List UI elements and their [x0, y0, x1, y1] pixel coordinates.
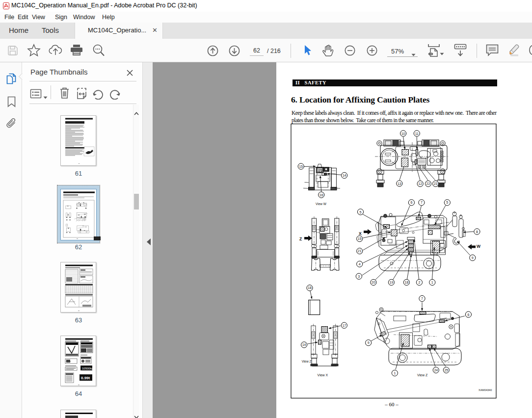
svg-text:24: 24: [434, 368, 438, 372]
svg-text:14: 14: [343, 174, 346, 177]
svg-text:23: 23: [434, 182, 438, 185]
svg-text:3: 3: [358, 275, 360, 278]
svg-text:12: 12: [418, 182, 422, 185]
svg-text:8: 8: [476, 230, 478, 234]
svg-text:0.99t: 0.99t: [81, 376, 90, 380]
svg-text:View X: View X: [318, 373, 328, 377]
svg-text:18: 18: [308, 286, 312, 289]
svg-text:6: 6: [410, 201, 412, 204]
svg-text:4: 4: [359, 262, 361, 266]
svg-text:7: 7: [421, 297, 423, 300]
svg-text:10500kg: 10500kg: [82, 367, 93, 370]
svg-text:5: 5: [360, 210, 362, 214]
svg-text:View Z: View Z: [417, 373, 428, 377]
svg-text:2: 2: [418, 281, 420, 284]
svg-text:XAM04340: XAM04340: [479, 389, 492, 392]
svg-text:5: 5: [446, 201, 448, 204]
svg-text:15: 15: [299, 165, 303, 168]
svg-text:6: 6: [467, 313, 469, 316]
svg-text:1: 1: [431, 281, 433, 284]
svg-text:1: 1: [394, 371, 396, 375]
svg-text:10: 10: [401, 132, 405, 135]
svg-text:Z: Z: [299, 236, 302, 241]
svg-text:25: 25: [444, 368, 448, 372]
svg-text:11: 11: [415, 132, 419, 135]
svg-text:View Z: View Z: [302, 360, 312, 363]
svg-text:16: 16: [319, 193, 323, 197]
svg-text:22: 22: [426, 182, 430, 185]
svg-text:15: 15: [358, 237, 362, 240]
svg-text:17: 17: [342, 324, 346, 327]
svg-text:20: 20: [372, 281, 375, 284]
svg-text:9: 9: [472, 256, 474, 260]
svg-text:9: 9: [368, 341, 370, 344]
svg-text:18: 18: [405, 281, 409, 284]
svg-text:X: X: [359, 231, 362, 236]
svg-text:W: W: [477, 244, 481, 249]
svg-text:19: 19: [390, 281, 394, 284]
svg-text:13: 13: [398, 182, 401, 185]
svg-text:21: 21: [358, 249, 362, 253]
svg-text:14: 14: [302, 343, 306, 346]
svg-text:View W: View W: [316, 202, 327, 206]
svg-text:7: 7: [421, 201, 423, 204]
